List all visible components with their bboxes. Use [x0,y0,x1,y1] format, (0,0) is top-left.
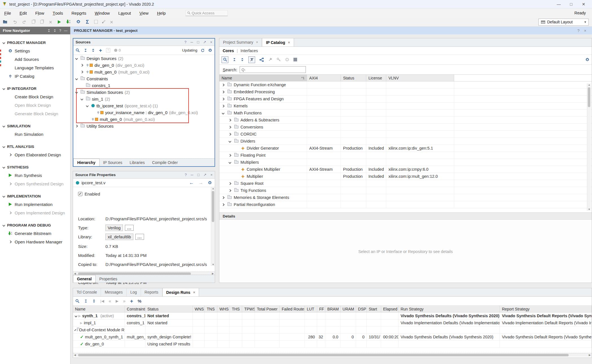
float-icon[interactable]: ↗ [204,173,207,177]
maximize-button[interactable]: □ [565,0,577,8]
ellipsis-button[interactable]: ... [125,225,134,231]
column-header-tpws[interactable]: TPWS [242,306,255,312]
flow-section-header[interactable]: IMPLEMENTATION [0,192,70,200]
column-header-name[interactable]: Name [73,306,125,312]
column-header-report_strategy[interactable]: Report Strategy [500,306,592,312]
properties-panel-header[interactable]: Source File Properties ? ─ □ ↗ × [73,171,215,179]
group-by-hierarchy-icon[interactable] [259,57,264,62]
column-header-status[interactable]: Status [341,75,366,81]
chevron-right-icon[interactable] [229,182,231,185]
ip-table-row[interactable]: Adders & Subtracters [219,117,592,124]
property-value-box[interactable]: Verilog [105,225,123,231]
toolbar-button-run[interactable] [58,20,61,25]
column-header-ths[interactable]: THS [230,306,242,312]
menu-reports[interactable]: Reports [67,8,90,17]
minimize-icon[interactable]: ─ [191,173,193,177]
tab-log[interactable]: Log [127,288,141,296]
tab-ip-catalog[interactable]: IP Catalog× [262,38,294,46]
expand-all-icon[interactable] [92,299,96,303]
column-header-license[interactable]: License [366,75,386,81]
flow-item-run-simulation[interactable]: Run Simulation [0,130,70,138]
ip-table-row[interactable]: Floating Point [219,152,592,159]
ip-table-row[interactable]: FPGA Features and Design [219,96,592,103]
chevron-down-icon[interactable] [75,91,78,94]
chevron-down-icon[interactable] [81,97,83,100]
tree-row[interactable]: mult_gen_0(mult_gen_0.xci) [73,116,215,123]
help-icon[interactable]: ? [577,28,580,33]
ip-table-row[interactable]: Math Functions [219,110,592,117]
column-header-constraints[interactable]: Constraints [125,306,145,312]
chevron-right-icon[interactable] [222,203,225,206]
chevron-right-icon[interactable] [229,119,231,121]
ip-table-row[interactable]: Multipliers [219,159,592,166]
run-row[interactable]: ▶impl_1constrs_1Not startedVivado Implem… [73,319,592,327]
expand-all-icon[interactable] [91,48,95,52]
chevron-down-icon[interactable] [86,104,89,107]
close-icon[interactable]: × [193,290,195,294]
column-header-total_power[interactable]: Total Power [255,306,280,312]
close-icon[interactable]: × [584,28,586,33]
collapse-all-icon[interactable] [84,299,88,303]
tree-row[interactable]: tb_ipcore_test(ipcore_test.v) (1) [73,102,215,109]
flow-item-generate-bitstream[interactable]: 0110Generate Bitstream [0,229,70,238]
tree-row[interactable]: Utility Sources [73,123,215,129]
close-icon[interactable]: × [210,173,213,177]
tree-row[interactable]: mult_gen_0(mult_gen_0.xci) [73,68,215,75]
chevron-right-icon[interactable] [9,182,12,185]
chevron-right-icon[interactable] [81,64,83,66]
chevron-right-icon[interactable] [222,105,225,107]
search-icon[interactable] [75,299,79,303]
column-header-name[interactable]: Name^1 [219,75,307,81]
flow-section-header[interactable]: PROGRAM AND DEBUG [0,221,70,229]
tree-row[interactable]: your_instance_name : div_gen_0(div_gen_0… [73,109,215,116]
tree-row[interactable]: Design Sources(2) [73,55,215,62]
runs-horizontal-scrollbar[interactable]: ◀▶ [73,353,592,357]
tab-project-summary[interactable]: Project Summary× [219,38,262,46]
chevron-right-icon[interactable] [9,211,12,214]
flow-item-run-implementation[interactable]: Run Implementation [0,200,70,208]
menu-flow[interactable]: Flow [31,8,48,17]
menu-help[interactable]: Help [153,8,170,17]
tab-tcl-console[interactable]: Tcl Console [73,288,101,296]
column-header-ff[interactable]: FF [317,306,325,312]
tree-row[interactable]: div_gen_0(div_gen_0.xci) [73,62,215,68]
help-icon[interactable]: ? [184,40,186,44]
gear-icon[interactable] [208,48,212,52]
chevron-down-icon[interactable] [229,140,231,143]
flow-section-header[interactable]: RTL ANALYSIS [0,143,70,150]
tree-row[interactable]: sim_1(2) [73,96,215,102]
search-icon[interactable] [76,48,80,52]
column-header-status[interactable]: Status [145,306,193,312]
column-header-start[interactable]: Start [367,306,381,312]
flow-item-open-elaborated-design[interactable]: Open Elaborated Design [0,150,70,159]
ip-table-row[interactable]: Partial Reconfiguration [219,201,592,208]
tab-properties[interactable]: Properties [96,275,121,283]
expand-all-icon[interactable] [240,58,244,61]
chevron-right-icon[interactable] [222,90,225,93]
chevron-down-icon[interactable] [222,112,225,114]
chevron-down-icon[interactable] [75,57,78,60]
column-header-tns[interactable]: TNS [205,306,217,312]
minimize-icon[interactable]: — [64,29,67,33]
chevron-down-icon[interactable] [3,145,5,148]
tab-messages[interactable]: Messages [101,288,127,296]
chevron-right-icon[interactable] [9,153,12,156]
toolbar-button-open-project[interactable] [3,19,7,25]
column-header-elapsed[interactable]: Elapsed [381,306,399,312]
menu-view[interactable]: View [135,8,153,17]
tree-row[interactable]: Constraints [73,75,215,82]
flow-item-settings[interactable]: Settings [0,46,70,55]
ip-table-row[interactable]: Embedded Processing [219,88,592,96]
flow-item-run-synthesis[interactable]: Run Synthesis [0,171,70,179]
column-header-uram[interactable]: URAM [341,306,356,312]
close-button[interactable]: ✕ [577,0,590,8]
ellipsis-button[interactable]: ... [135,234,144,240]
flow-item-create-block-design[interactable]: Create Block Design [0,92,70,101]
ip-table-row[interactable]: Dividers [219,138,592,145]
column-header-run_strategy[interactable]: Run Strategy [399,306,500,312]
flow-section-header[interactable]: SYNTHESIS [0,163,70,171]
ip-table-row[interactable]: Divider GeneratorAXI4-StreamProductionIn… [219,145,592,152]
maximize-icon[interactable]: □ [197,40,199,44]
flow-item-language-templates[interactable]: Language Templates [0,63,70,72]
maximize-icon[interactable]: □ [197,173,200,177]
